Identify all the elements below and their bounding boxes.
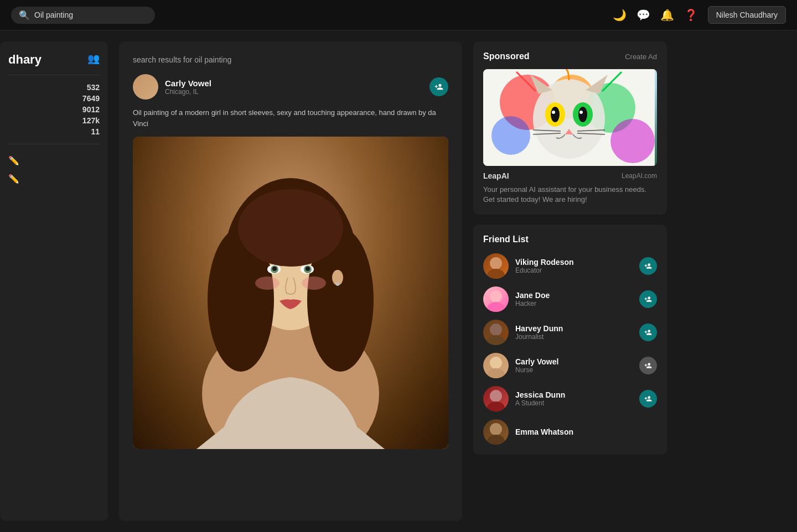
search-input[interactable] bbox=[34, 11, 139, 19]
post-description: Oil painting of a modern girl in short s… bbox=[133, 107, 448, 129]
dark-mode-icon[interactable]: 🌙 bbox=[613, 8, 627, 22]
svg-point-30 bbox=[579, 111, 583, 114]
follow-button-jessica[interactable] bbox=[639, 390, 657, 408]
stat-532: 532 bbox=[8, 83, 100, 92]
svg-point-21 bbox=[610, 119, 655, 163]
svg-point-42 bbox=[490, 357, 502, 369]
post-follow-button[interactable] bbox=[429, 77, 448, 96]
friend-name-jessica: Jessica Dunn bbox=[515, 390, 633, 399]
svg-point-29 bbox=[552, 111, 555, 114]
post-location: Chicago, IL bbox=[165, 88, 211, 96]
sponsored-card: Sponsored Create Ad bbox=[473, 41, 667, 215]
search-bar[interactable]: 🔍 bbox=[11, 7, 155, 24]
friend-info-jessica: Jessica Dunn A Student bbox=[515, 390, 633, 407]
svg-point-39 bbox=[487, 302, 505, 312]
friend-role-carly: Nurse bbox=[515, 366, 633, 374]
ad-description: Your personal AI assistant for your busi… bbox=[483, 185, 657, 205]
friend-avatar-harvey[interactable] bbox=[483, 320, 509, 345]
friend-name-emma: Emma Whatson bbox=[515, 427, 657, 436]
stat-7649: 7649 bbox=[8, 94, 100, 103]
sponsored-title: Sponsored bbox=[483, 51, 530, 61]
friend-avatar-jane[interactable] bbox=[483, 286, 509, 312]
follow-button-carly[interactable] bbox=[639, 357, 657, 374]
friend-avatar-jessica[interactable] bbox=[483, 386, 509, 411]
ad-footer: LeapAI LeapAI.com bbox=[483, 171, 657, 180]
edit-icon-1[interactable]: ✏️ bbox=[8, 155, 100, 166]
stat-11: 11 bbox=[8, 127, 100, 136]
friend-role-viking: Educator bbox=[515, 267, 633, 274]
post-user: Carly Vowel Chicago, IL bbox=[133, 74, 211, 100]
post-user-info: Carly Vowel Chicago, IL bbox=[165, 79, 211, 96]
svg-point-15 bbox=[336, 283, 339, 286]
friend-name-viking: Viking Rodeson bbox=[515, 258, 633, 267]
friend-role-harvey: Journalist bbox=[515, 333, 633, 341]
friend-item-viking: Viking Rodeson Educator bbox=[483, 253, 657, 279]
sidebar-stats: 532 7649 9012 127k 11 bbox=[8, 83, 100, 136]
follow-button-viking[interactable] bbox=[639, 257, 657, 275]
friend-info-jane: Jane Doe Hacker bbox=[515, 291, 633, 307]
chat-icon[interactable]: 💬 bbox=[636, 8, 650, 22]
friend-avatar-carly[interactable] bbox=[483, 353, 509, 378]
friend-role-jessica: A Student bbox=[515, 399, 633, 407]
friend-avatar-viking[interactable] bbox=[483, 253, 509, 279]
friend-item-jessica: Jessica Dunn A Student bbox=[483, 386, 657, 411]
user-button[interactable]: Nilesh Chaudhary bbox=[708, 6, 786, 24]
friend-role-jane: Hacker bbox=[515, 300, 633, 307]
friend-info-harvey: Harvey Dunn Journalist bbox=[515, 324, 633, 341]
svg-point-40 bbox=[490, 324, 502, 336]
friend-name-carly: Carly Vowel bbox=[515, 357, 633, 366]
right-sidebar: Sponsored Create Ad bbox=[473, 41, 667, 521]
post-username: Carly Vowel bbox=[165, 79, 211, 88]
svg-point-11 bbox=[255, 277, 280, 290]
manage-friends-icon[interactable]: 👥 bbox=[87, 53, 100, 65]
sidebar-actions: ✏️ ✏️ bbox=[8, 155, 100, 184]
center-content: search results for oil painting Carly Vo… bbox=[119, 41, 462, 521]
sidebar-divider-2 bbox=[8, 144, 100, 144]
follow-button-harvey[interactable] bbox=[639, 324, 657, 341]
search-icon: 🔍 bbox=[19, 10, 30, 20]
svg-point-43 bbox=[487, 368, 505, 378]
svg-point-46 bbox=[490, 423, 502, 435]
svg-point-45 bbox=[487, 401, 505, 411]
svg-point-47 bbox=[487, 435, 505, 445]
friend-list-card: Friend List Viking Rodeson Educator bbox=[473, 225, 667, 455]
svg-point-27 bbox=[551, 107, 560, 122]
left-sidebar: dhary 👥 532 7649 9012 127k 11 ✏️ ✏️ bbox=[0, 41, 108, 521]
friend-name-jane: Jane Doe bbox=[515, 291, 633, 300]
stat-127k: 127k bbox=[8, 116, 100, 125]
friend-list-title: Friend List bbox=[483, 234, 657, 244]
svg-point-13 bbox=[238, 189, 343, 267]
friend-info-viking: Viking Rodeson Educator bbox=[515, 258, 633, 274]
nav-icons: 🌙 💬 🔔 ❓ Nilesh Chaudhary bbox=[613, 6, 786, 24]
friend-name-harvey: Harvey Dunn bbox=[515, 324, 633, 333]
post-avatar[interactable] bbox=[133, 74, 158, 100]
post-image bbox=[133, 137, 448, 449]
follow-button-jane[interactable] bbox=[639, 290, 657, 308]
post-header: Carly Vowel Chicago, IL bbox=[133, 74, 448, 100]
svg-point-36 bbox=[490, 257, 502, 269]
friend-item-carly: Carly Vowel Nurse bbox=[483, 353, 657, 378]
ad-brand: LeapAI bbox=[483, 171, 509, 180]
friend-item-jane: Jane Doe Hacker bbox=[483, 286, 657, 312]
svg-point-12 bbox=[302, 277, 326, 290]
friend-info-emma: Emma Whatson bbox=[515, 427, 657, 436]
post-card: Carly Vowel Chicago, IL Oil painting of … bbox=[133, 74, 448, 449]
ad-url: LeapAI.com bbox=[622, 172, 657, 180]
help-icon[interactable]: ❓ bbox=[684, 8, 698, 22]
create-ad-link[interactable]: Create Ad bbox=[625, 53, 657, 61]
main-layout: dhary 👥 532 7649 9012 127k 11 ✏️ ✏️ sear… bbox=[0, 30, 797, 532]
svg-point-28 bbox=[578, 107, 587, 122]
friend-info-carly: Carly Vowel Nurse bbox=[515, 357, 633, 374]
edit-icon-2[interactable]: ✏️ bbox=[8, 174, 100, 184]
friend-avatar-emma[interactable] bbox=[483, 419, 509, 445]
svg-point-20 bbox=[491, 116, 530, 155]
svg-point-10 bbox=[306, 267, 310, 271]
notification-icon[interactable]: 🔔 bbox=[660, 8, 674, 22]
svg-point-41 bbox=[487, 335, 505, 345]
svg-point-37 bbox=[487, 269, 505, 279]
svg-point-38 bbox=[490, 290, 502, 302]
svg-point-44 bbox=[490, 390, 502, 402]
friend-item-emma: Emma Whatson bbox=[483, 419, 657, 445]
search-results-label: search results for oil painting bbox=[133, 55, 448, 64]
sidebar-username: dhary bbox=[8, 53, 100, 67]
